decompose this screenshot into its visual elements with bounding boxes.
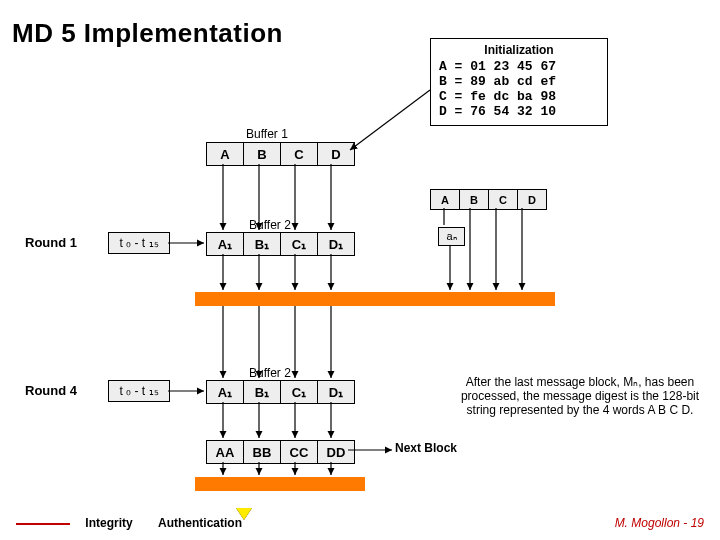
buffer1-cell: B [244, 143, 281, 166]
buffer2b-cell: D₁ [318, 381, 355, 404]
buffer-aa-cell: AA [207, 441, 244, 464]
footer-credit: M. Mogollon - 19 [615, 516, 704, 530]
round-bar-bottom [195, 477, 365, 491]
footer-auth: Authentication [158, 516, 242, 530]
buffer1-cell: D [318, 143, 355, 166]
buffer-aa-cell: BB [244, 441, 281, 464]
buffer-small-table: A B C D [430, 189, 547, 210]
buffer2a-table: A₁ B₁ C₁ D₁ [206, 232, 355, 256]
buffer2a-label: Buffer 2 [249, 218, 291, 232]
buffer1-cell: A [207, 143, 244, 166]
buffer-aa-cell: CC [281, 441, 318, 464]
buffer-aa-table: AA BB CC DD [206, 440, 355, 464]
init-line: C = fe dc ba 98 [439, 89, 599, 104]
buffer-small-cell: C [489, 190, 518, 210]
svg-line-0 [350, 90, 430, 150]
buffer1-table: A B C D [206, 142, 355, 166]
page-title: MD 5 Implementation [12, 18, 283, 49]
an-box: aₙ [438, 227, 465, 246]
buffer1-cell: C [281, 143, 318, 166]
buffer-aa-cell: DD [318, 441, 355, 464]
after-text: After the last message block, Mₙ, has be… [455, 375, 705, 417]
buffer2b-table: A₁ B₁ C₁ D₁ [206, 380, 355, 404]
next-block-label: Next Block [395, 441, 457, 455]
buffer-small-cell: D [518, 190, 547, 210]
buffer2b-cell: B₁ [244, 381, 281, 404]
buffer-small-cell: A [431, 190, 460, 210]
round4-label: Round 4 [25, 383, 77, 398]
buffer2b-label: Buffer 2 [249, 366, 291, 380]
round1-label: Round 1 [25, 235, 77, 250]
round-bar-1 [195, 292, 555, 306]
footer-integrity: Integrity [85, 516, 132, 530]
buffer2a-cell: A₁ [207, 233, 244, 256]
buffer2a-cell: C₁ [281, 233, 318, 256]
buffer2b-cell: A₁ [207, 381, 244, 404]
buffer2a-cell: B₁ [244, 233, 281, 256]
round1-tbox: t ₀ - t ₁₅ [108, 232, 170, 254]
init-line: B = 89 ab cd ef [439, 74, 599, 89]
footer-dash [16, 523, 70, 525]
buffer2b-cell: C₁ [281, 381, 318, 404]
init-line: A = 01 23 45 67 [439, 59, 599, 74]
round4-tbox: t ₀ - t ₁₅ [108, 380, 170, 402]
footer: Integrity Authentication M. Mogollon - 1… [16, 516, 704, 530]
init-title: Initialization [439, 43, 599, 57]
buffer2a-cell: D₁ [318, 233, 355, 256]
connectors [0, 0, 720, 540]
init-box: Initialization A = 01 23 45 67 B = 89 ab… [430, 38, 608, 126]
buffer1-label: Buffer 1 [246, 127, 288, 141]
init-line: D = 76 54 32 10 [439, 104, 599, 119]
buffer-small-cell: B [460, 190, 489, 210]
